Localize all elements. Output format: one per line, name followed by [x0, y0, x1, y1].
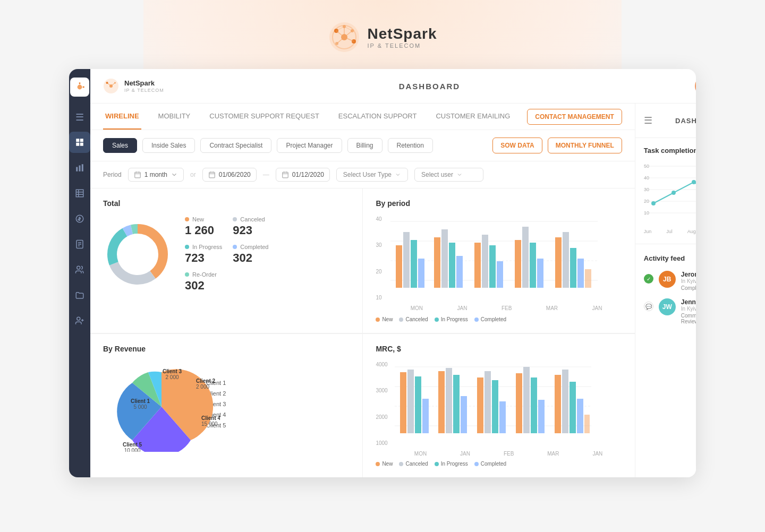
svg-rect-83 — [537, 259, 543, 288]
subtab-sales[interactable]: Sales — [103, 138, 137, 153]
user-type-dropdown[interactable]: Select User Type — [336, 168, 408, 182]
main-card: ☰ — [69, 69, 696, 477]
date-to-picker[interactable]: 01/12/2020 — [276, 168, 330, 182]
svg-point-45 — [106, 82, 108, 84]
subtab-retention[interactable]: Retention — [388, 138, 433, 153]
by-period-section: By period 40 30 20 10 — [362, 188, 634, 333]
client1-label-svg: Client 1 — [131, 398, 150, 404]
legend-new: New 1 260 — [185, 216, 222, 237]
sidebar-icon-users[interactable] — [69, 259, 90, 280]
legend-in-progress: In Progress 723 — [185, 244, 222, 265]
sidebar-icon-notes[interactable] — [69, 234, 90, 255]
y-label-10: 10 — [376, 295, 381, 301]
pie-svg: Client 3 2 000 Client 2 2 000 Client 1 5… — [103, 362, 220, 452]
topbar-title: DASHBOARD — [399, 82, 461, 91]
svg-rect-112 — [577, 399, 583, 433]
legend-badge-canceled: Canceled — [399, 316, 428, 322]
subtab-contract-specialist[interactable]: Contract Specialist — [200, 138, 271, 153]
svg-rect-25 — [79, 166, 81, 171]
legend-badge-new: New — [376, 316, 393, 322]
right-panel-header: ☰ DASHBOARD P — [635, 104, 696, 138]
legend-reorder-label: Re-Order — [192, 271, 217, 278]
svg-rect-104 — [499, 401, 506, 433]
donut-container: New 1 260 Canceled 923 In Progress — [103, 216, 350, 293]
main-panel: WIRELINE MOBILITY CUSTOMER SUPPORT REQUE… — [90, 104, 635, 477]
subtab-inside-sales[interactable]: Inside Sales — [142, 138, 195, 153]
mrc-legend: New Canceled In Progress Completed — [376, 461, 622, 467]
x-label-jan1: JAN — [457, 305, 467, 311]
sidebar-icon-add-user[interactable] — [69, 310, 90, 331]
sidebar-icon-dollar[interactable] — [69, 208, 90, 229]
svg-rect-96 — [422, 399, 429, 433]
hamburger-menu-button[interactable]: ☰ — [71, 107, 88, 127]
activity-body-1: Jerome Bell In Kyivstar Completed task: … — [681, 271, 696, 291]
task-x-jul: Jul — [666, 229, 673, 234]
svg-point-124 — [651, 201, 656, 205]
user-dropdown[interactable]: Select user — [414, 168, 483, 182]
activity-item-2: 💬 JW Jenny Wilson In Kyivstar Commented … — [644, 298, 696, 324]
filter-row: Period 1 month or 01/06/2020 — — [90, 161, 635, 188]
svg-rect-47 — [134, 172, 140, 178]
right-panel: ☰ DASHBOARD P Task completion — [635, 104, 696, 477]
tab-wireline[interactable]: WIRELINE — [103, 104, 141, 130]
tab-emailing[interactable]: CUSTOMER EMAILING — [434, 104, 512, 130]
avatar-inner-1: JB — [659, 271, 676, 288]
mrc-y-2000: 2000 — [376, 414, 387, 420]
mrc-x-jan2: JAN — [592, 451, 602, 457]
svg-rect-85 — [563, 232, 569, 288]
svg-rect-113 — [584, 415, 590, 433]
charts-row-1: Total — [90, 188, 635, 333]
svg-rect-82 — [530, 243, 536, 288]
legend-canceled-value: 923 — [233, 224, 270, 237]
subtab-project-manager[interactable]: Project Manager — [277, 138, 342, 153]
sow-data-button[interactable]: SOW DATA — [492, 138, 542, 153]
comment-icon-2: 💬 — [644, 302, 653, 311]
svg-rect-78 — [489, 245, 496, 288]
by-revenue-title: By Revenue — [103, 345, 350, 353]
tab-mobility[interactable]: MOBILITY — [156, 104, 193, 130]
activity-text-1: Completed task: Review — [681, 285, 696, 291]
logo-sub: IP & TELECOM — [368, 42, 437, 49]
mrc-x-mar: MAR — [547, 451, 559, 457]
period-select[interactable]: 1 month — [128, 168, 184, 182]
activity-body-2: Jenny Wilson In Kyivstar Commented on ta… — [681, 298, 696, 324]
right-panel-menu-icon[interactable]: ☰ — [644, 115, 652, 126]
monthly-funnel-button[interactable]: MONTHLY FUNNEL — [548, 138, 622, 153]
activity-name-2: Jenny Wilson — [681, 298, 696, 306]
sidebar-icon-dashboard[interactable] — [69, 132, 90, 153]
activity-avatar-2: JW — [659, 298, 676, 315]
svg-rect-74 — [449, 243, 455, 288]
nav-tab-actions: CONTACT MANAGEMENT — [527, 109, 622, 125]
svg-rect-87 — [577, 259, 584, 288]
svg-rect-111 — [570, 382, 576, 433]
x-label-feb: FEB — [502, 305, 512, 311]
svg-point-125 — [672, 191, 676, 195]
legend-reorder: Re-Order 302 — [185, 271, 222, 293]
date-from-picker[interactable]: 01/06/2020 — [202, 168, 257, 182]
legend-badge-completed: Completed — [474, 316, 506, 322]
tab-escalation[interactable]: ESCALATION SUPPORT — [336, 104, 419, 130]
activity-check-icon-1: ✓ — [644, 274, 653, 284]
task-section: Task completion 50 40 — [635, 138, 696, 244]
svg-rect-109 — [555, 375, 561, 433]
svg-rect-110 — [562, 370, 568, 433]
mrc-chart: 4000 3000 2000 1000 — [376, 362, 622, 457]
svg-rect-79 — [497, 261, 503, 288]
sidebar-icon-folder[interactable] — [69, 285, 90, 306]
mrc-legend-canceled: Canceled — [399, 461, 428, 467]
activity-avatar-1: JB — [659, 271, 676, 288]
activity-name-1: Jerome Bell — [681, 271, 696, 278]
tab-customer-support[interactable]: CUSTOMER SUPPORT REQUEST — [207, 104, 321, 130]
filter-or: or — [190, 171, 196, 178]
task-x-jun: Jun — [644, 229, 652, 234]
mrc-x-feb: FEB — [504, 451, 514, 457]
mrc-y-labels: 4000 3000 2000 1000 — [376, 362, 387, 446]
legend-new-label: New — [192, 216, 204, 222]
sidebar-icon-table[interactable] — [69, 183, 90, 204]
contact-management-button[interactable]: CONTACT MANAGEMENT — [527, 109, 622, 125]
sidebar-icon-chart[interactable] — [69, 157, 90, 178]
sidebar: ☰ — [69, 69, 90, 477]
subtab-billing[interactable]: Billing — [347, 138, 382, 153]
activity-text-2: Commented on task: Review — [681, 313, 696, 324]
svg-rect-95 — [415, 376, 421, 433]
